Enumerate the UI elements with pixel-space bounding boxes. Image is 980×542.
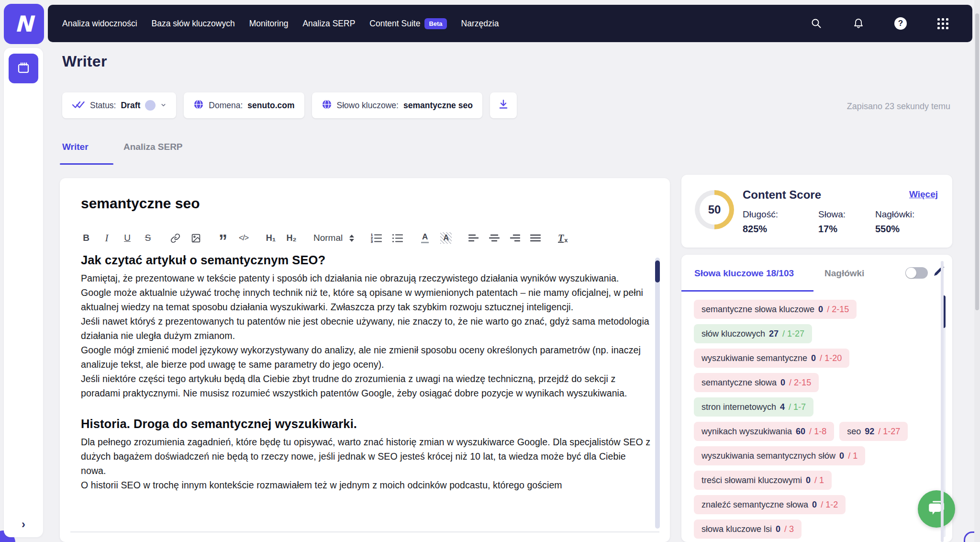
svg-text:3: 3 [371,240,373,243]
align-justify-icon[interactable] [530,231,541,245]
content-paragraph: Google mógł zmienić model językowy wykor… [81,343,653,372]
toggle-knob [906,268,916,278]
content-paragraph: Google może aktualnie używać trochę inny… [81,285,653,314]
keyword-chip[interactable]: znaleźć semantyczne słowa0/ 1-2 [694,495,846,514]
nav-item-baza-slow-kluczowych[interactable]: Baza słów kluczowych [152,19,235,29]
keywords-panel: Słowa kluczowe 18/103 Nagłówki semantycz… [681,255,952,542]
bell-icon[interactable] [852,17,865,30]
document-title-input[interactable]: semantyczne seo [81,195,200,212]
keyword-chip[interactable]: seo92/ 1-27 [839,422,908,441]
tab-headers[interactable]: Nagłówki [824,268,864,279]
tab-keywords[interactable]: Słowa kluczowe 18/103 [694,268,794,279]
content-heading: Historia. Droga do semantycznej wyszukiw… [81,416,653,432]
nav-item-narzedzia[interactable]: Narzędzia [461,19,499,29]
search-icon[interactable] [810,17,823,30]
bold-button[interactable]: B [81,231,91,245]
keyword-chip[interactable]: słów kluczowych27/ 1-27 [694,324,812,343]
keyword-chip[interactable]: wyszukiwanie semantyczne0/ 1-20 [694,349,849,368]
nav-item-monitoring[interactable]: Monitoring [249,19,289,29]
keyword-chip[interactable]: treści słowami kluczowymi0/ 1 [694,471,832,490]
content-paragraph: Pamiętaj, że prezentowane w tekście pate… [81,271,653,285]
help-icon[interactable]: ? [894,17,907,30]
content-score-title: Content Score [743,188,821,202]
content-paragraph: Dla pełnego zrozumienia zagadnień, które… [81,435,653,478]
content-score-value: 50 [700,195,729,225]
active-keywords-tab-indicator [681,290,813,292]
align-left-icon[interactable] [468,231,479,245]
svg-text:2: 2 [371,237,373,240]
export-button[interactable] [490,92,517,118]
paragraph-style-select[interactable]: Normal [313,233,354,243]
keyword-label: Słowo kluczowe: [337,101,399,111]
link-icon[interactable] [170,231,180,245]
heading1-button[interactable]: H₁ [266,231,276,245]
nav-icon-group: ? [810,17,949,30]
apps-grid-icon[interactable] [936,17,949,30]
keyword-chip[interactable]: słowa kluczowe lsi0/ 3 [694,519,802,539]
editor-scrollbar-thumb[interactable] [655,260,660,282]
editor-toolbar: B I U S ” </> H₁ H₂ Normal 123 A A [81,231,655,245]
sidebar-collapse-button[interactable]: › [4,517,43,531]
strikethrough-button[interactable]: S [143,231,153,245]
tab-analiza-serp[interactable]: Analiza SERP [123,142,183,152]
right-column-scroll-track[interactable] [941,261,944,542]
keyword-chip-list: semantyczne słowa kluczowe0/ 2-15 słów k… [694,300,933,539]
svg-text:1: 1 [371,233,373,237]
content-score-gauge: 50 [695,190,734,229]
chevron-down-icon [160,101,167,111]
keyword-chip[interactable]: semantyczne słowa0/ 2-15 [694,373,819,392]
tab-writer[interactable]: Writer [62,142,89,152]
sidebar-item-planner[interactable] [9,54,38,83]
image-icon[interactable] [190,231,201,245]
keyword-button[interactable]: Słowo kluczowe: semantyczne seo [312,92,482,118]
underline-button[interactable]: U [122,231,133,245]
editor-footer-divider [70,531,659,532]
keyword-chip[interactable]: wyszukiwania semantycznych słów0/ 1 [694,446,865,465]
beta-badge: Beta [424,18,446,29]
bullet-list-icon[interactable] [392,231,403,245]
keyword-chip[interactable]: wynikach wyszukiwania60/ 1-8 [694,422,834,441]
nav-item-content-suite[interactable]: Content Suite Beta [369,18,446,29]
paragraph-style-value: Normal [313,233,343,243]
chat-widget-button[interactable] [918,490,955,528]
editor-panel: semantyczne seo B I U S ” </> H₁ H₂ Norm… [60,178,670,542]
editor-content-area[interactable]: Jak czytać artykuł o semantycznym SEO? P… [81,252,653,492]
nav-item-analiza-widocznosci[interactable]: Analiza widoczności [62,19,137,29]
left-sidebar: › [4,48,43,537]
editor-scrollbar[interactable] [655,258,660,529]
more-link[interactable]: Więcej [909,189,938,200]
content-paragraph: Jeśli niektóre części tego artykułu będą… [81,372,653,400]
senuto-logo[interactable]: N [4,4,44,44]
domain-button[interactable]: Domena: senuto.com [184,92,304,118]
keyword-chip[interactable]: stron internetowych4/ 1-7 [694,397,813,417]
logo-letter: N [15,11,33,37]
globe-icon [322,99,332,112]
align-center-icon[interactable] [489,231,500,245]
download-icon [498,99,509,113]
italic-button[interactable]: I [101,231,112,245]
page-scrollbar[interactable] [974,0,980,542]
heading2-button[interactable]: H₂ [286,231,297,245]
status-value: Draft [121,101,140,111]
content-paragraph: O historii SEO w trochę innym kontekście… [81,478,653,492]
status-dropdown[interactable]: Status: Draft [62,92,176,118]
page-scrollbar-thumb[interactable] [975,13,979,310]
nav-item-analiza-serp[interactable]: Analiza SERP [302,19,355,29]
align-right-icon[interactable] [510,231,520,245]
content-paragraph: Jeśli nawet któryś z prezentowanych tu p… [81,314,653,343]
keyword-value: semantyczne seo [403,101,473,111]
calendar-icon [16,60,31,77]
blockquote-icon[interactable]: ” [218,231,228,245]
text-color-icon[interactable]: A [420,231,430,245]
autosave-status: Zapisano 23 sekundy temu [847,102,950,112]
stat-length: Długość: 825% [743,209,778,235]
code-icon[interactable]: </> [238,231,249,245]
ordered-list-icon[interactable]: 123 [371,231,382,245]
sort-arrows-icon [349,235,354,242]
keywords-toggle[interactable] [905,267,928,279]
clear-format-icon[interactable]: Tx [557,231,568,245]
highlight-color-icon[interactable]: A [440,231,452,245]
stat-words: Słowa: 17% [818,209,846,235]
keyword-chip[interactable]: semantyczne słowa kluczowe0/ 2-15 [694,300,857,319]
content-heading: Jak czytać artykuł o semantycznym SEO? [81,252,653,268]
